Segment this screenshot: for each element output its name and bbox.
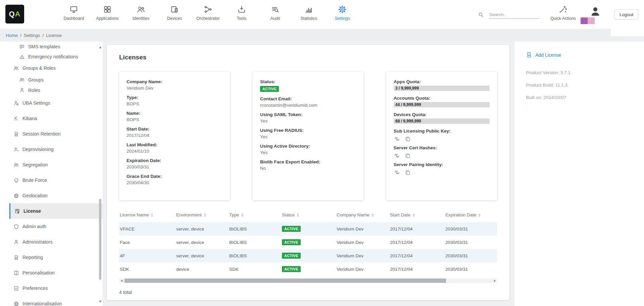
search-input[interactable]	[489, 11, 539, 19]
quota-value: 68 / 9,999,999	[395, 119, 421, 123]
sidebar-item-preferences[interactable]: Preferences	[0, 280, 103, 296]
sidebar-item-personalisation[interactable]: Personalisation	[0, 265, 103, 280]
table-row[interactable]: SDK device SDK ACTIVE Veridium Dev 2017/…	[119, 262, 497, 276]
sidebar-item-session-retention[interactable]: Session Retention	[0, 126, 103, 142]
cell-expiration-date: 2030/03/31	[445, 222, 497, 236]
sidebar-item-emergency-notifications[interactable]: Emergency notifications	[0, 52, 103, 62]
nav-label: Dashboard	[63, 16, 84, 21]
sidebar-item-label: Emergency notifications	[28, 54, 78, 59]
sort-icon	[297, 213, 299, 217]
table-horizontal-scrollbar[interactable]	[119, 278, 497, 283]
breadcrumb-home[interactable]: Home	[6, 33, 18, 38]
field-label: Using SAML Token:	[260, 112, 356, 117]
breadcrumb-settings[interactable]: Settings	[24, 33, 40, 38]
global-search	[478, 11, 539, 19]
sidebar-item-groups-roles[interactable]: Groups & Roles	[0, 62, 103, 74]
search-icon[interactable]	[478, 12, 484, 18]
sidebar-item-internationalisation[interactable]: Internationalisation	[0, 296, 103, 306]
secret-label: Sub Licensing Public Key:	[394, 129, 490, 134]
uba-settings-icon	[13, 100, 19, 106]
sidebar-item-label: Kibana	[22, 116, 37, 121]
scroll-up-arrow-icon[interactable]	[99, 46, 102, 48]
field-label: Expiration Date:	[127, 158, 222, 163]
nav-item-orchestrator[interactable]: Orchestrator	[191, 3, 225, 21]
cell-company-name: Veridium Dev	[336, 236, 389, 249]
sidebar-item-license[interactable]: License	[9, 203, 103, 219]
cell-environment: server, device	[176, 249, 229, 262]
sidebar-item-label: Administrators	[22, 239, 52, 245]
sidebar-item-sms-templates[interactable]: SMS templates	[0, 42, 103, 52]
column-header-type[interactable]: Type	[229, 210, 281, 222]
nav-item-statistics[interactable]: Statistics	[292, 3, 326, 21]
eye-off-icon[interactable]	[394, 169, 400, 175]
eye-off-icon[interactable]	[394, 153, 400, 159]
nav-item-dashboard[interactable]: Dashboard	[57, 3, 91, 21]
table-row[interactable]: Face server, device BIOLIBS ACTIVE Verid…	[119, 236, 497, 249]
logout-button[interactable]: Logout	[614, 9, 638, 19]
sidebar-item-geolocation[interactable]: Geolocation	[0, 188, 103, 203]
sidebar-item-segregation[interactable]: Segregation	[0, 157, 103, 172]
table-row[interactable]: VFACE server, device BIOLIBS ACTIVE Veri…	[119, 222, 497, 236]
scroll-down-arrow-icon[interactable]	[99, 301, 102, 303]
sidebar-item-administrators[interactable]: Administrators	[0, 234, 103, 250]
app-logo[interactable]: Q A	[5, 5, 24, 23]
magic-wand-icon	[559, 5, 567, 14]
nav-item-tools[interactable]: Tools	[225, 3, 258, 21]
nav-label: Devices	[167, 16, 182, 21]
status-badge: ACTIVE	[282, 266, 301, 272]
table-row[interactable]: 4F server, device BIOLIBS ACTIVE Veridiu…	[119, 249, 497, 262]
nav-item-identities[interactable]: Identities	[124, 3, 158, 21]
cell-type: BIOLIBS	[229, 222, 281, 236]
header-right-white-panel	[611, 29, 644, 36]
sidebar-item-roles[interactable]: Roles	[0, 85, 103, 95]
cell-status: ACTIVE	[281, 222, 336, 236]
sidebar-item-brute-force[interactable]: Brute Force	[0, 172, 103, 188]
field-value: BOPS	[127, 101, 222, 106]
sort-icon	[204, 213, 206, 217]
sidebar-scrollbar-thumb[interactable]	[99, 199, 101, 280]
user-avatar-icon[interactable]	[589, 5, 601, 17]
nav-item-devices[interactable]: Devices	[158, 3, 191, 21]
theme-color-swatch[interactable]	[581, 17, 595, 24]
sort-icon	[372, 213, 374, 217]
nav-label: Statistics	[300, 16, 317, 21]
sidebar-item-groups[interactable]: Groups	[0, 74, 103, 85]
field-label: Type:	[127, 95, 222, 100]
main-nav: Dashboard Applications Identities Device…	[57, 3, 359, 21]
sidebar-item-kibana[interactable]: Kibana	[0, 111, 103, 126]
cell-company-name: Veridium Dev	[336, 262, 389, 276]
quick-actions-button[interactable]: Quick Actions	[546, 3, 580, 21]
quota-value: 44 / 9,999,999	[395, 102, 421, 107]
scroll-right-arrow-icon[interactable]	[492, 278, 497, 283]
column-header-license-name[interactable]: License Name	[119, 210, 176, 222]
logo-letter-q: Q	[9, 10, 15, 18]
copy-icon[interactable]	[405, 169, 411, 175]
column-header-start-date[interactable]: Start Date	[389, 210, 445, 222]
status-badge: ACTIVE	[260, 86, 279, 92]
sidebar-item-label: License	[23, 208, 41, 214]
licenses-table: License Name Environment Type Status Com…	[119, 210, 497, 276]
sidebar-scrollbar[interactable]	[98, 42, 102, 306]
nav-item-settings[interactable]: Settings	[326, 3, 359, 21]
copy-icon[interactable]	[405, 153, 411, 159]
add-license-button[interactable]: Add License	[526, 52, 644, 58]
sidebar-item-uba-settings[interactable]: UBA Settings	[0, 95, 103, 111]
copy-icon[interactable]	[405, 136, 411, 142]
sidebar-item-label: Personalisation	[22, 270, 55, 275]
eye-off-icon[interactable]	[394, 136, 400, 142]
sidebar-item-admin-auth[interactable]: Admin auth	[0, 219, 103, 234]
column-header-status[interactable]: Status	[281, 210, 336, 222]
column-header-environment[interactable]: Environment	[176, 210, 229, 222]
field-label: Biolib Face Export Enabled:	[260, 159, 356, 164]
scroll-left-arrow-icon[interactable]	[119, 278, 124, 283]
cell-environment: server, device	[176, 222, 229, 236]
column-header-company-name[interactable]: Company Name	[336, 210, 389, 222]
sidebar-item-deprovisioning[interactable]: Deprovisioning	[0, 142, 103, 157]
nav-item-audit[interactable]: Audit	[258, 3, 292, 21]
nav-item-applications[interactable]: Applications	[91, 3, 124, 21]
cell-start-date: 2017/12/04	[389, 236, 445, 249]
sidebar-item-reporting[interactable]: Reporting	[0, 250, 103, 265]
column-header-expiration-date[interactable]: Expiration Date	[445, 210, 497, 222]
horizontal-scrollbar-thumb[interactable]	[125, 278, 446, 283]
identities-icon	[137, 5, 145, 14]
